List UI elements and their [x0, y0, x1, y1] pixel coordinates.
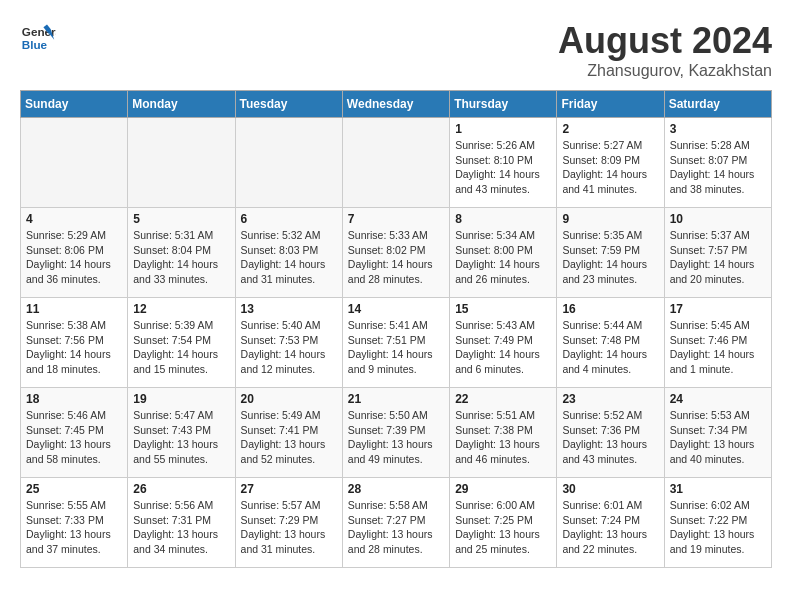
day-number: 13	[241, 302, 337, 316]
day-info: Sunrise: 5:43 AM Sunset: 7:49 PM Dayligh…	[455, 318, 551, 377]
calendar-cell: 14Sunrise: 5:41 AM Sunset: 7:51 PM Dayli…	[342, 298, 449, 388]
calendar-cell: 1Sunrise: 5:26 AM Sunset: 8:10 PM Daylig…	[450, 118, 557, 208]
day-number: 3	[670, 122, 766, 136]
day-info: Sunrise: 5:45 AM Sunset: 7:46 PM Dayligh…	[670, 318, 766, 377]
day-number: 10	[670, 212, 766, 226]
calendar-cell: 8Sunrise: 5:34 AM Sunset: 8:00 PM Daylig…	[450, 208, 557, 298]
day-info: Sunrise: 5:41 AM Sunset: 7:51 PM Dayligh…	[348, 318, 444, 377]
day-info: Sunrise: 5:55 AM Sunset: 7:33 PM Dayligh…	[26, 498, 122, 557]
calendar-table: SundayMondayTuesdayWednesdayThursdayFrid…	[20, 90, 772, 568]
day-info: Sunrise: 5:27 AM Sunset: 8:09 PM Dayligh…	[562, 138, 658, 197]
day-info: Sunrise: 5:28 AM Sunset: 8:07 PM Dayligh…	[670, 138, 766, 197]
calendar-cell: 21Sunrise: 5:50 AM Sunset: 7:39 PM Dayli…	[342, 388, 449, 478]
calendar-cell: 30Sunrise: 6:01 AM Sunset: 7:24 PM Dayli…	[557, 478, 664, 568]
day-number: 26	[133, 482, 229, 496]
day-number: 16	[562, 302, 658, 316]
calendar-cell	[21, 118, 128, 208]
calendar-cell: 5Sunrise: 5:31 AM Sunset: 8:04 PM Daylig…	[128, 208, 235, 298]
day-info: Sunrise: 5:32 AM Sunset: 8:03 PM Dayligh…	[241, 228, 337, 287]
day-number: 14	[348, 302, 444, 316]
weekday-header-friday: Friday	[557, 91, 664, 118]
day-number: 6	[241, 212, 337, 226]
calendar-cell: 28Sunrise: 5:58 AM Sunset: 7:27 PM Dayli…	[342, 478, 449, 568]
calendar-cell: 18Sunrise: 5:46 AM Sunset: 7:45 PM Dayli…	[21, 388, 128, 478]
day-info: Sunrise: 5:39 AM Sunset: 7:54 PM Dayligh…	[133, 318, 229, 377]
day-number: 23	[562, 392, 658, 406]
day-number: 12	[133, 302, 229, 316]
day-number: 18	[26, 392, 122, 406]
title-block: August 2024 Zhansugurov, Kazakhstan	[558, 20, 772, 80]
day-number: 7	[348, 212, 444, 226]
weekday-header-thursday: Thursday	[450, 91, 557, 118]
day-info: Sunrise: 5:29 AM Sunset: 8:06 PM Dayligh…	[26, 228, 122, 287]
weekday-header-sunday: Sunday	[21, 91, 128, 118]
calendar-cell: 22Sunrise: 5:51 AM Sunset: 7:38 PM Dayli…	[450, 388, 557, 478]
calendar-cell: 6Sunrise: 5:32 AM Sunset: 8:03 PM Daylig…	[235, 208, 342, 298]
week-row-1: 1Sunrise: 5:26 AM Sunset: 8:10 PM Daylig…	[21, 118, 772, 208]
day-number: 29	[455, 482, 551, 496]
calendar-cell: 27Sunrise: 5:57 AM Sunset: 7:29 PM Dayli…	[235, 478, 342, 568]
day-info: Sunrise: 5:31 AM Sunset: 8:04 PM Dayligh…	[133, 228, 229, 287]
calendar-cell: 19Sunrise: 5:47 AM Sunset: 7:43 PM Dayli…	[128, 388, 235, 478]
day-info: Sunrise: 5:44 AM Sunset: 7:48 PM Dayligh…	[562, 318, 658, 377]
day-number: 28	[348, 482, 444, 496]
day-number: 2	[562, 122, 658, 136]
day-number: 19	[133, 392, 229, 406]
day-info: Sunrise: 5:56 AM Sunset: 7:31 PM Dayligh…	[133, 498, 229, 557]
calendar-cell: 2Sunrise: 5:27 AM Sunset: 8:09 PM Daylig…	[557, 118, 664, 208]
day-number: 1	[455, 122, 551, 136]
day-info: Sunrise: 5:52 AM Sunset: 7:36 PM Dayligh…	[562, 408, 658, 467]
calendar-cell: 25Sunrise: 5:55 AM Sunset: 7:33 PM Dayli…	[21, 478, 128, 568]
week-row-4: 18Sunrise: 5:46 AM Sunset: 7:45 PM Dayli…	[21, 388, 772, 478]
calendar-cell: 15Sunrise: 5:43 AM Sunset: 7:49 PM Dayli…	[450, 298, 557, 388]
day-number: 17	[670, 302, 766, 316]
day-number: 11	[26, 302, 122, 316]
calendar-cell: 11Sunrise: 5:38 AM Sunset: 7:56 PM Dayli…	[21, 298, 128, 388]
day-info: Sunrise: 5:51 AM Sunset: 7:38 PM Dayligh…	[455, 408, 551, 467]
day-info: Sunrise: 5:47 AM Sunset: 7:43 PM Dayligh…	[133, 408, 229, 467]
calendar-cell: 4Sunrise: 5:29 AM Sunset: 8:06 PM Daylig…	[21, 208, 128, 298]
calendar-cell: 10Sunrise: 5:37 AM Sunset: 7:57 PM Dayli…	[664, 208, 771, 298]
weekday-header-saturday: Saturday	[664, 91, 771, 118]
calendar-cell: 13Sunrise: 5:40 AM Sunset: 7:53 PM Dayli…	[235, 298, 342, 388]
day-info: Sunrise: 5:26 AM Sunset: 8:10 PM Dayligh…	[455, 138, 551, 197]
day-number: 30	[562, 482, 658, 496]
calendar-cell	[128, 118, 235, 208]
day-number: 31	[670, 482, 766, 496]
logo-icon: General Blue	[20, 20, 56, 56]
weekday-header-tuesday: Tuesday	[235, 91, 342, 118]
week-row-3: 11Sunrise: 5:38 AM Sunset: 7:56 PM Dayli…	[21, 298, 772, 388]
day-info: Sunrise: 5:46 AM Sunset: 7:45 PM Dayligh…	[26, 408, 122, 467]
day-info: Sunrise: 5:57 AM Sunset: 7:29 PM Dayligh…	[241, 498, 337, 557]
svg-text:Blue: Blue	[22, 38, 48, 51]
day-info: Sunrise: 5:53 AM Sunset: 7:34 PM Dayligh…	[670, 408, 766, 467]
calendar-cell: 16Sunrise: 5:44 AM Sunset: 7:48 PM Dayli…	[557, 298, 664, 388]
calendar-cell: 17Sunrise: 5:45 AM Sunset: 7:46 PM Dayli…	[664, 298, 771, 388]
day-info: Sunrise: 5:33 AM Sunset: 8:02 PM Dayligh…	[348, 228, 444, 287]
day-info: Sunrise: 5:37 AM Sunset: 7:57 PM Dayligh…	[670, 228, 766, 287]
day-info: Sunrise: 5:49 AM Sunset: 7:41 PM Dayligh…	[241, 408, 337, 467]
weekday-header-monday: Monday	[128, 91, 235, 118]
day-info: Sunrise: 5:38 AM Sunset: 7:56 PM Dayligh…	[26, 318, 122, 377]
calendar-cell: 26Sunrise: 5:56 AM Sunset: 7:31 PM Dayli…	[128, 478, 235, 568]
week-row-5: 25Sunrise: 5:55 AM Sunset: 7:33 PM Dayli…	[21, 478, 772, 568]
logo: General Blue	[20, 20, 56, 56]
calendar-cell: 23Sunrise: 5:52 AM Sunset: 7:36 PM Dayli…	[557, 388, 664, 478]
day-number: 9	[562, 212, 658, 226]
calendar-cell: 3Sunrise: 5:28 AM Sunset: 8:07 PM Daylig…	[664, 118, 771, 208]
day-number: 15	[455, 302, 551, 316]
week-row-2: 4Sunrise: 5:29 AM Sunset: 8:06 PM Daylig…	[21, 208, 772, 298]
day-number: 8	[455, 212, 551, 226]
day-info: Sunrise: 5:40 AM Sunset: 7:53 PM Dayligh…	[241, 318, 337, 377]
day-info: Sunrise: 6:01 AM Sunset: 7:24 PM Dayligh…	[562, 498, 658, 557]
page-header: General Blue August 2024 Zhansugurov, Ka…	[20, 20, 772, 80]
main-title: August 2024	[558, 20, 772, 62]
weekday-header-row: SundayMondayTuesdayWednesdayThursdayFrid…	[21, 91, 772, 118]
day-number: 24	[670, 392, 766, 406]
day-number: 21	[348, 392, 444, 406]
calendar-cell: 7Sunrise: 5:33 AM Sunset: 8:02 PM Daylig…	[342, 208, 449, 298]
calendar-cell: 24Sunrise: 5:53 AM Sunset: 7:34 PM Dayli…	[664, 388, 771, 478]
subtitle: Zhansugurov, Kazakhstan	[558, 62, 772, 80]
day-info: Sunrise: 5:34 AM Sunset: 8:00 PM Dayligh…	[455, 228, 551, 287]
day-number: 25	[26, 482, 122, 496]
